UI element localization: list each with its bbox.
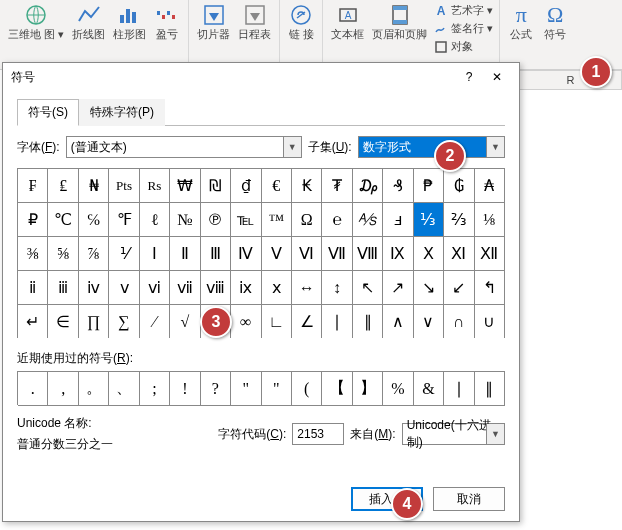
symbol-cell[interactable]: ∟ bbox=[262, 305, 292, 338]
symbol-cell[interactable]: Ω bbox=[292, 203, 322, 237]
symbol-cell[interactable]: ∩ bbox=[444, 305, 474, 338]
char-code-input[interactable] bbox=[292, 423, 344, 445]
symbol-cell[interactable]: ⅳ bbox=[79, 271, 109, 305]
symbol-cell[interactable]: ₽ bbox=[18, 203, 48, 237]
recent-symbol-cell[interactable]: ∣ bbox=[444, 372, 474, 406]
ribbon-sparkline-column-button[interactable]: 柱形图 bbox=[109, 2, 150, 41]
symbol-cell[interactable]: ₲ bbox=[444, 169, 474, 203]
symbol-cell[interactable]: ∕ bbox=[140, 305, 170, 338]
symbol-cell[interactable]: ↰ bbox=[475, 271, 505, 305]
symbol-cell[interactable]: ₭ bbox=[292, 169, 322, 203]
symbol-cell[interactable]: √ bbox=[170, 305, 200, 338]
dialog-help-button[interactable]: ? bbox=[455, 65, 483, 89]
symbol-cell[interactable]: ↵ bbox=[18, 305, 48, 338]
symbol-cell[interactable]: ↖ bbox=[353, 271, 383, 305]
symbol-cell[interactable]: ⅵ bbox=[140, 271, 170, 305]
symbol-cell[interactable]: Ⅵ bbox=[292, 237, 322, 271]
recent-symbol-cell[interactable]: % bbox=[383, 372, 413, 406]
symbol-cell[interactable]: ↙ bbox=[444, 271, 474, 305]
ribbon-header-footer-button[interactable]: 页眉和页脚 bbox=[368, 2, 431, 56]
symbol-cell[interactable]: Ⅷ bbox=[353, 237, 383, 271]
from-select[interactable]: Unicode(十六进制) ▼ bbox=[402, 423, 505, 445]
symbol-cell[interactable]: ⅶ bbox=[170, 271, 200, 305]
symbol-cell[interactable]: ℅ bbox=[79, 203, 109, 237]
ribbon-symbol-button[interactable]: Ω 符号 bbox=[538, 2, 572, 41]
symbol-cell[interactable]: ⅔ bbox=[444, 203, 474, 237]
symbol-cell[interactable]: ⅱ bbox=[18, 271, 48, 305]
symbol-cell[interactable]: ℃ bbox=[48, 203, 78, 237]
symbol-cell[interactable]: ⅟ bbox=[109, 237, 139, 271]
ribbon-sparkline-winloss-button[interactable]: 盈亏 bbox=[150, 2, 184, 41]
symbol-cell[interactable]: ₯ bbox=[353, 169, 383, 203]
recent-symbol-cell[interactable]: " bbox=[262, 372, 292, 406]
recent-symbol-cell[interactable]: " bbox=[231, 372, 261, 406]
symbol-cell[interactable]: ⅎ bbox=[383, 203, 413, 237]
symbol-cell[interactable]: ⅍ bbox=[353, 203, 383, 237]
symbol-cell[interactable]: ₦ bbox=[79, 169, 109, 203]
symbol-cell[interactable]: ₫ bbox=[231, 169, 261, 203]
symbol-cell[interactable]: ₳ bbox=[475, 169, 505, 203]
symbol-cell[interactable]: ∏ bbox=[79, 305, 109, 338]
symbol-cell[interactable]: ∪ bbox=[475, 305, 505, 338]
symbol-cell[interactable]: ⅓ bbox=[414, 203, 444, 237]
ribbon-wordart-button[interactable]: A 艺术字 ▾ bbox=[431, 3, 495, 19]
tab-special-chars[interactable]: 特殊字符(P) bbox=[79, 99, 165, 126]
symbol-cell[interactable]: ₪ bbox=[201, 169, 231, 203]
symbol-cell[interactable]: ℓ bbox=[140, 203, 170, 237]
symbol-cell[interactable]: Ⅲ bbox=[201, 237, 231, 271]
symbol-cell[interactable]: Ⅻ bbox=[475, 237, 505, 271]
symbol-cell[interactable]: Ⅶ bbox=[322, 237, 352, 271]
symbol-cell[interactable]: ℗ bbox=[201, 203, 231, 237]
symbol-cell[interactable]: Ⅱ bbox=[170, 237, 200, 271]
symbol-cell[interactable]: ⅞ bbox=[79, 237, 109, 271]
symbol-cell[interactable]: ⅜ bbox=[18, 237, 48, 271]
subset-select[interactable]: 数字形式 ▼ bbox=[358, 136, 505, 158]
ribbon-object-button[interactable]: 对象 bbox=[431, 39, 495, 55]
symbol-cell[interactable]: ∥ bbox=[353, 305, 383, 338]
recent-symbol-cell[interactable]: ; bbox=[140, 372, 170, 406]
symbol-cell[interactable]: ∣ bbox=[322, 305, 352, 338]
symbol-cell[interactable]: ₱ bbox=[414, 169, 444, 203]
symbol-cell[interactable]: Ⅰ bbox=[140, 237, 170, 271]
ribbon-textbox-button[interactable]: A 文本框 bbox=[327, 2, 368, 56]
ribbon-signature-button[interactable]: 签名行 ▾ bbox=[431, 21, 495, 37]
symbol-cell[interactable]: ⅛ bbox=[475, 203, 505, 237]
recent-symbol-cell[interactable]: 。 bbox=[79, 372, 109, 406]
recent-symbol-cell[interactable]: , bbox=[48, 372, 78, 406]
symbol-cell[interactable]: ⅲ bbox=[48, 271, 78, 305]
symbol-cell[interactable]: Ⅸ bbox=[383, 237, 413, 271]
recent-symbol-cell[interactable]: & bbox=[414, 372, 444, 406]
recent-symbol-cell[interactable]: ∥ bbox=[475, 372, 505, 406]
ribbon-3d-map-button[interactable]: 三维地 图 ▾ bbox=[4, 2, 68, 41]
recent-symbol-cell[interactable]: ! bbox=[170, 372, 200, 406]
symbol-cell[interactable]: ℉ bbox=[109, 203, 139, 237]
symbol-cell[interactable]: № bbox=[170, 203, 200, 237]
symbol-cell[interactable]: ⅴ bbox=[109, 271, 139, 305]
symbol-cell[interactable]: ₣ bbox=[18, 169, 48, 203]
symbol-cell[interactable]: ∈ bbox=[48, 305, 78, 338]
symbol-cell[interactable]: ⅸ bbox=[231, 271, 261, 305]
symbol-cell[interactable]: ↕ bbox=[322, 271, 352, 305]
recent-symbol-cell[interactable]: ( bbox=[292, 372, 322, 406]
symbol-cell[interactable]: ₮ bbox=[322, 169, 352, 203]
symbol-cell[interactable]: ™ bbox=[262, 203, 292, 237]
symbol-cell[interactable]: ₤ bbox=[48, 169, 78, 203]
symbol-cell[interactable]: Ⅹ bbox=[414, 237, 444, 271]
symbol-cell[interactable]: Ⅳ bbox=[231, 237, 261, 271]
symbol-cell[interactable]: Pts bbox=[109, 169, 139, 203]
ribbon-timeline-button[interactable]: 日程表 bbox=[234, 2, 275, 41]
symbol-cell[interactable]: ↘ bbox=[414, 271, 444, 305]
cancel-button[interactable]: 取消 bbox=[433, 487, 505, 511]
ribbon-sparkline-line-button[interactable]: 折线图 bbox=[68, 2, 109, 41]
symbol-cell[interactable]: ∧ bbox=[383, 305, 413, 338]
dialog-close-button[interactable]: ✕ bbox=[483, 65, 511, 89]
symbol-cell[interactable]: ₩ bbox=[170, 169, 200, 203]
symbol-cell[interactable]: ⅝ bbox=[48, 237, 78, 271]
recent-symbol-cell[interactable]: 、 bbox=[109, 372, 139, 406]
recent-symbol-cell[interactable]: 】 bbox=[353, 372, 383, 406]
symbol-cell[interactable]: ∑ bbox=[109, 305, 139, 338]
ribbon-link-button[interactable]: 链 接 bbox=[284, 2, 318, 41]
symbol-cell[interactable]: ↗ bbox=[383, 271, 413, 305]
symbol-cell[interactable]: ⅹ bbox=[262, 271, 292, 305]
symbol-cell[interactable]: Rs bbox=[140, 169, 170, 203]
